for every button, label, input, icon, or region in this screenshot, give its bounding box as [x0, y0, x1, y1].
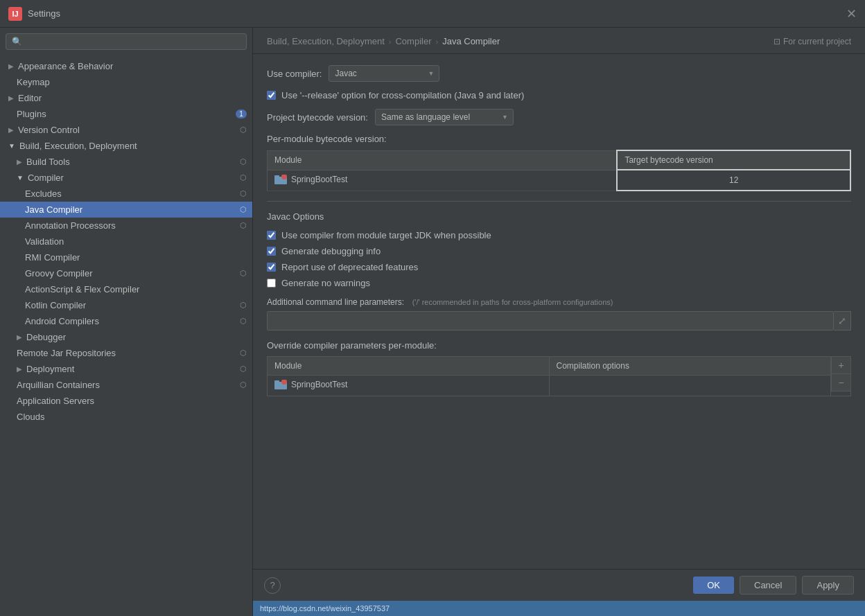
help-button[interactable]: ? — [264, 577, 281, 594]
arrow-icon: ▼ — [8, 142, 15, 150]
remove-override-button[interactable]: − — [831, 374, 850, 391]
override-table: Module Compilation options — [267, 356, 831, 396]
sidebar-item-java-compiler[interactable]: Java Compiler ⬡ — [0, 202, 252, 218]
bytecode-version-select[interactable]: Same as language level — [375, 109, 514, 125]
sidebar-item-remote-jar[interactable]: Remote Jar Repositories ⬡ — [0, 345, 252, 361]
close-button[interactable]: ✕ — [846, 6, 857, 21]
search-input[interactable] — [26, 37, 241, 46]
sidebar-item-keymap[interactable]: Keymap — [0, 74, 252, 90]
sidebar-item-excludes[interactable]: Excludes ⬡ — [0, 186, 252, 202]
release-option-label: Use '--release' option for cross-compila… — [281, 90, 524, 100]
app-icon: IJ — [8, 7, 22, 21]
sidebar-item-label: Editor — [18, 93, 42, 103]
module-row: SpringBootTest 12 — [268, 170, 851, 191]
override-label-row: Override compiler parameters per-module: — [267, 340, 851, 351]
generate-debugging-label: Generate debugging info — [281, 246, 381, 256]
sidebar-item-rmi-compiler[interactable]: RMI Compiler — [0, 249, 252, 265]
sidebar-item-label: Validation — [25, 236, 64, 247]
sidebar-item-label: Plugins — [17, 109, 46, 119]
module-icon: SpringBootTest — [274, 175, 347, 184]
sidebar-item-label: Java Compiler — [25, 204, 82, 215]
sidebar-item-plugins[interactable]: Plugins 1 — [0, 106, 252, 122]
breadcrumb: Build, Execution, Deployment › Compiler … — [253, 28, 865, 54]
nav-tree: ▶ Appearance & Behavior Keymap ▶ Editor … — [0, 55, 252, 616]
override-row: SpringBootTest — [268, 376, 831, 396]
apply-button[interactable]: Apply — [802, 576, 854, 595]
sidebar-item-label: Arquillian Containers — [17, 380, 100, 390]
checkbox-no-warnings: Generate no warnings — [267, 278, 851, 288]
breadcrumb-part1: Build, Execution, Deployment — [267, 36, 385, 46]
override-module-icon: SpringBootTest — [274, 380, 347, 389]
sidebar-item-deployment[interactable]: ▶ Deployment ⬡ — [0, 361, 252, 377]
sidebar-item-debugger[interactable]: ▶ Debugger — [0, 329, 252, 345]
use-compiler-checkbox[interactable] — [267, 231, 276, 240]
additional-params-note: ('/' recommended in paths for cross-plat… — [412, 298, 613, 306]
sidebar-item-appearance[interactable]: ▶ Appearance & Behavior — [0, 58, 252, 74]
ok-button[interactable]: OK — [693, 577, 734, 594]
arrow-icon: ▶ — [17, 365, 22, 373]
search-icon: 🔍 — [12, 37, 22, 46]
sidebar-item-app-servers[interactable]: Application Servers — [0, 393, 252, 409]
report-deprecated-checkbox[interactable] — [267, 263, 276, 272]
copy-icon: ⬡ — [240, 173, 247, 182]
sidebar-item-compiler[interactable]: ▼ Compiler ⬡ — [0, 170, 252, 186]
bytecode-version-select-wrapper[interactable]: Same as language level — [375, 109, 514, 125]
sidebar-item-annotation-processors[interactable]: Annotation Processors ⬡ — [0, 218, 252, 234]
expand-button[interactable]: ⤢ — [834, 311, 851, 331]
arrow-icon: ▶ — [17, 333, 22, 341]
sidebar-item-android-compilers[interactable]: Android Compilers ⬡ — [0, 313, 252, 329]
status-bar: https://blog.csdn.net/weixin_43957537 — [253, 601, 865, 616]
sidebar-item-clouds[interactable]: Clouds — [0, 409, 252, 425]
sidebar-item-label: Remote Jar Repositories — [17, 348, 116, 358]
sidebar-item-label: Build Tools — [26, 157, 70, 167]
no-warnings-checkbox[interactable] — [267, 279, 276, 288]
sidebar-item-label: Android Compilers — [25, 316, 99, 326]
copy-icon: ⬡ — [240, 205, 247, 214]
generate-debugging-checkbox[interactable] — [267, 247, 276, 256]
sidebar-item-kotlin-compiler[interactable]: Kotlin Compiler ⬡ — [0, 297, 252, 313]
copy-icon: ⬡ — [240, 349, 247, 358]
release-option-checkbox[interactable] — [267, 91, 276, 100]
override-col2-header: Compilation options — [549, 357, 831, 376]
sidebar-item-version-control[interactable]: ▶ Version Control ⬡ — [0, 122, 252, 138]
module-col-header: Module — [268, 150, 618, 170]
search-box[interactable]: 🔍 — [6, 33, 247, 50]
module-name-cell: SpringBootTest — [268, 170, 618, 191]
add-override-button[interactable]: + — [831, 357, 850, 374]
copy-icon: ⬡ — [240, 189, 247, 198]
use-compiler-row: Use compiler: Javac — [267, 65, 851, 82]
cancel-button[interactable]: Cancel — [740, 576, 796, 595]
sidebar: 🔍 ▶ Appearance & Behavior Keymap ▶ Edito… — [0, 28, 253, 616]
bytecode-version-label: Project bytecode version: — [267, 112, 368, 123]
svg-rect-4 — [274, 380, 279, 383]
for-project-label: For current project — [783, 37, 851, 46]
sidebar-item-label: Debugger — [26, 332, 66, 342]
sidebar-item-groovy-compiler[interactable]: Groovy Compiler ⬡ — [0, 265, 252, 281]
sidebar-item-label: RMI Compiler — [25, 252, 80, 263]
override-module-cell: SpringBootTest — [268, 376, 550, 396]
sidebar-item-build-exec-deploy[interactable]: ▼ Build, Execution, Deployment — [0, 138, 252, 154]
bottom-bar: ? OK Cancel Apply — [253, 569, 865, 601]
window-title: Settings — [28, 8, 60, 19]
override-col1-header: Module — [268, 357, 550, 376]
additional-params-row: Additional command line parameters: ('/'… — [267, 297, 851, 307]
override-table-area: Module Compilation options — [267, 356, 851, 396]
folder-icon-2 — [274, 380, 287, 389]
override-table-buttons: + − — [831, 356, 851, 396]
arrow-icon: ▶ — [17, 158, 22, 166]
use-compiler-select-wrapper[interactable]: Javac — [329, 65, 439, 82]
sidebar-item-build-tools[interactable]: ▶ Build Tools ⬡ — [0, 154, 252, 170]
sidebar-item-label: Excludes — [25, 188, 62, 199]
sidebar-item-label: Keymap — [17, 77, 50, 87]
sidebar-item-editor[interactable]: ▶ Editor — [0, 90, 252, 106]
copy-icon: ⬡ — [240, 157, 247, 166]
sidebar-item-validation[interactable]: Validation — [0, 234, 252, 249]
use-compiler-select[interactable]: Javac — [329, 65, 439, 82]
version-value-cell: 12 — [617, 170, 850, 191]
sidebar-item-arquillian[interactable]: Arquillian Containers ⬡ — [0, 377, 252, 393]
per-module-label: Per-module bytecode version: — [267, 134, 387, 144]
params-input[interactable] — [267, 311, 834, 331]
sidebar-item-actionscript[interactable]: ActionScript & Flex Compiler — [0, 281, 252, 297]
override-options-cell — [549, 376, 831, 396]
panel-body: Use compiler: Javac Use '--release' opti… — [253, 54, 865, 569]
